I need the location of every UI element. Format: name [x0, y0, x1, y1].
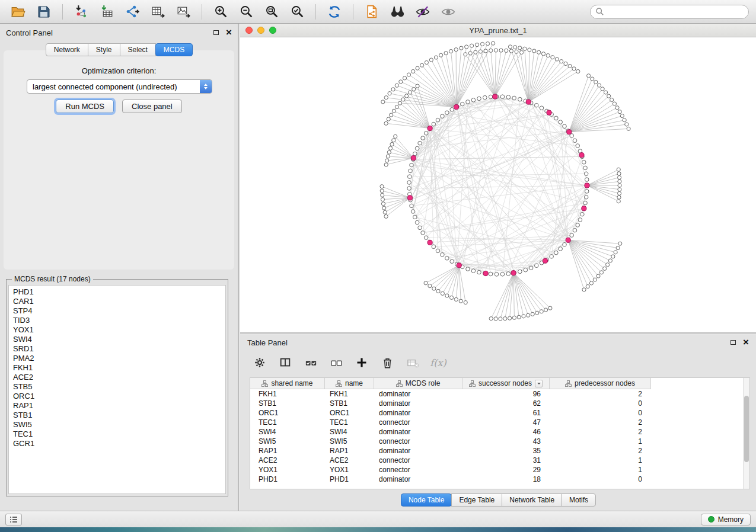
- tab-motifs[interactable]: Motifs: [562, 493, 596, 507]
- network-titlebar: YPA_prune.txt_1: [240, 24, 756, 37]
- table-cell: 46: [462, 428, 550, 436]
- select-all-rows-button[interactable]: [301, 354, 321, 371]
- table-settings-button[interactable]: [250, 354, 270, 371]
- graph-node: [416, 66, 419, 70]
- tab-select[interactable]: Select: [120, 43, 156, 56]
- table-cell: PHD1: [250, 475, 325, 483]
- graph-node: [418, 226, 422, 230]
- mcds-node: [511, 271, 516, 275]
- mcds-result-item[interactable]: SWI4: [13, 335, 225, 344]
- mcds-result-item[interactable]: PMA2: [13, 354, 225, 363]
- table-row[interactable]: ORC1ORC1dominator610: [250, 408, 749, 418]
- show-all-button[interactable]: [437, 2, 460, 21]
- mcds-result-item[interactable]: SWI5: [13, 420, 225, 430]
- graph-node: [424, 132, 428, 136]
- tab-style[interactable]: Style: [88, 43, 120, 56]
- tab-network[interactable]: Network: [46, 43, 88, 56]
- table-row[interactable]: SWI4SWI4dominator462: [250, 427, 749, 437]
- scrollbar-thumb[interactable]: [744, 396, 749, 462]
- table-row[interactable]: FKH1FKH1dominator962: [250, 389, 749, 399]
- export-network-button[interactable]: [121, 2, 143, 21]
- zoom-selected-button[interactable]: [286, 2, 308, 21]
- memory-button[interactable]: Memory: [701, 514, 751, 525]
- graph-node: [607, 94, 611, 98]
- close-panel-button[interactable]: Close panel: [122, 100, 182, 113]
- table-row[interactable]: RAP1RAP1dominator352: [250, 446, 749, 456]
- graph-nodes[interactable]: [380, 41, 630, 321]
- float-table-panel-icon[interactable]: [731, 340, 736, 345]
- column-header-predecessor-nodes[interactable]: predecessor nodes: [550, 378, 651, 389]
- export-table-button[interactable]: [146, 2, 169, 21]
- mcds-result-list: PHD1CAR1STP4TID3YOX1SWI4SRD1PMA2FKH1ACE2…: [8, 285, 226, 494]
- table-row[interactable]: STB1STB1dominator620: [250, 399, 749, 408]
- show-columns-button[interactable]: [275, 354, 295, 371]
- close-panel-icon[interactable]: ×: [226, 29, 232, 36]
- mcds-result-item[interactable]: STB1: [13, 411, 225, 420]
- graph-node: [494, 317, 497, 321]
- network-canvas[interactable]: [240, 37, 756, 333]
- zoom-out-button[interactable]: [235, 2, 257, 21]
- mcds-result-item[interactable]: PHD1: [13, 287, 225, 297]
- column-header-MCDS-role[interactable]: MCDS role: [374, 378, 462, 389]
- refresh-button[interactable]: [323, 2, 346, 21]
- graph-node: [470, 44, 473, 47]
- tab-node-table[interactable]: Node Table: [401, 493, 452, 507]
- search-objects-button[interactable]: [386, 2, 409, 21]
- graph-node: [445, 256, 449, 260]
- save-button[interactable]: [33, 2, 55, 21]
- column-header-shared-name[interactable]: shared name: [250, 378, 325, 389]
- mcds-result-item[interactable]: TEC1: [13, 430, 225, 439]
- add-row-button[interactable]: [352, 354, 372, 371]
- table-cell: connector: [374, 466, 462, 474]
- function-builder-button[interactable]: f(x): [428, 354, 448, 371]
- zoom-in-button[interactable]: [209, 2, 232, 21]
- mcds-result-item[interactable]: YOX1: [13, 325, 225, 335]
- column-header-name[interactable]: name: [325, 378, 374, 389]
- mcds-result-item[interactable]: ORC1: [13, 392, 225, 401]
- export-image-button[interactable]: [172, 2, 194, 21]
- fx-icon: f(x): [430, 357, 446, 368]
- close-table-panel-icon[interactable]: ×: [743, 339, 749, 346]
- open-file-button[interactable]: [7, 2, 30, 21]
- clear-row-history-button[interactable]: [403, 354, 423, 371]
- table-row[interactable]: TEC1TEC1connector472: [250, 418, 749, 427]
- search-input[interactable]: [607, 7, 744, 17]
- mcds-result-item[interactable]: STP4: [13, 306, 225, 316]
- import-network-button[interactable]: [70, 2, 92, 21]
- graph-node: [519, 50, 523, 54]
- float-panel-icon[interactable]: [213, 30, 219, 35]
- criterion-select[interactable]: largest connected component (undirected): [27, 79, 212, 94]
- import-table-button[interactable]: [95, 2, 118, 21]
- zoom-fit-button[interactable]: [260, 2, 283, 21]
- table-cell: FKH1: [325, 390, 374, 398]
- table-cell: STB1: [325, 399, 374, 408]
- column-header-successor-nodes[interactable]: successor nodes: [462, 378, 550, 389]
- table-scrollbar[interactable]: [743, 378, 749, 489]
- mcds-node: [483, 271, 488, 275]
- panel-menu-button[interactable]: [5, 514, 22, 525]
- tab-edge-table[interactable]: Edge Table: [451, 493, 502, 507]
- graph-node: [388, 92, 391, 95]
- mcds-result-item[interactable]: CAR1: [13, 297, 225, 306]
- mcds-result-item[interactable]: TID3: [13, 316, 225, 325]
- mcds-result-item[interactable]: STB5: [13, 382, 225, 392]
- hide-selected-button[interactable]: [412, 2, 434, 21]
- trash-icon: [381, 356, 394, 370]
- table-row[interactable]: YOX1YOX1connector291: [250, 465, 749, 475]
- tab-network-table[interactable]: Network Table: [502, 493, 562, 507]
- table-row[interactable]: ACE2ACE2connector311: [250, 456, 749, 465]
- share-document-button[interactable]: [361, 2, 383, 21]
- mcds-result-item[interactable]: ACE2: [13, 373, 225, 382]
- mcds-result-item[interactable]: FKH1: [13, 363, 225, 373]
- mcds-result-item[interactable]: GCR1: [13, 439, 225, 448]
- table-row[interactable]: SWI5SWI5connector431: [250, 437, 749, 446]
- sort-menu-icon[interactable]: [535, 380, 543, 387]
- delete-rows-button[interactable]: [377, 354, 397, 371]
- attribute-icon: [565, 380, 572, 387]
- mcds-result-item[interactable]: SRD1: [13, 344, 225, 354]
- tab-mcds[interactable]: MCDS: [155, 43, 193, 56]
- table-row[interactable]: PHD1PHD1dominator180: [250, 475, 749, 484]
- mcds-result-item[interactable]: RAP1: [13, 401, 225, 411]
- deselect-all-rows-button[interactable]: [326, 354, 346, 371]
- run-mcds-button[interactable]: Run MCDS: [56, 100, 114, 113]
